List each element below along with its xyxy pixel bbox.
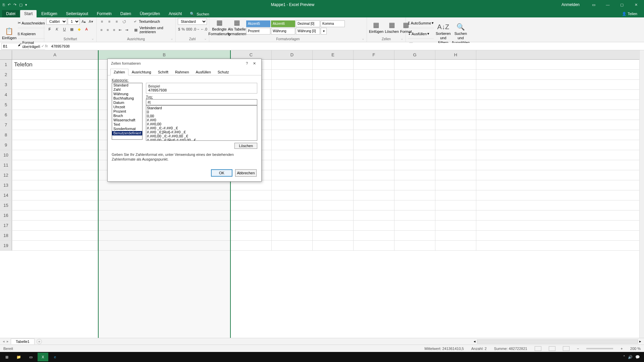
format-item[interactable]: #.##0 _€;[Rot]-#.##0 _€ xyxy=(147,130,256,134)
cell[interactable] xyxy=(272,180,313,190)
cell[interactable] xyxy=(231,180,272,190)
align-bot-icon[interactable]: ≡ xyxy=(113,18,120,25)
cell[interactable] xyxy=(435,70,476,79)
cell[interactable] xyxy=(394,150,435,160)
font-size-select[interactable]: 11 xyxy=(68,18,80,25)
style-gallery-expand[interactable]: ▾ xyxy=(321,28,327,35)
dialog-close-icon[interactable]: ✕ xyxy=(251,61,258,66)
cell[interactable] xyxy=(394,231,435,240)
style-waehrung0[interactable]: Währung [0] xyxy=(296,28,320,35)
cell[interactable] xyxy=(354,170,394,180)
col-header-A[interactable]: A xyxy=(12,50,98,59)
cell[interactable] xyxy=(354,100,394,110)
border-button[interactable]: ▦ xyxy=(68,26,75,33)
cell[interactable] xyxy=(354,110,394,120)
sheet-tab-1[interactable]: Tabelle1 xyxy=(11,339,35,344)
cell[interactable] xyxy=(394,130,435,140)
style-dezimal[interactable]: Dezimal [0] xyxy=(296,20,320,27)
cell[interactable] xyxy=(12,150,98,160)
ribbon-options-icon[interactable]: ▭ xyxy=(587,3,600,7)
style-akzent5[interactable]: Akzent5 xyxy=(246,20,270,27)
cell[interactable] xyxy=(272,110,313,120)
ok-button[interactable]: OK xyxy=(211,169,232,177)
cell[interactable] xyxy=(394,60,435,69)
find-select-button[interactable]: 🔍Suchen und Auswählen xyxy=(452,23,469,45)
category-item[interactable]: Prozent xyxy=(112,109,142,114)
cell[interactable] xyxy=(313,70,354,79)
row-header[interactable]: 1 xyxy=(0,60,12,69)
dialog-tab[interactable]: Schutz xyxy=(214,69,232,75)
tab-view[interactable]: Ansicht xyxy=(165,10,186,17)
cell[interactable] xyxy=(435,60,476,69)
cell[interactable] xyxy=(272,120,313,130)
style-akzent6[interactable]: Akzent6 xyxy=(271,20,295,27)
cell[interactable] xyxy=(272,130,313,140)
cell[interactable] xyxy=(354,130,394,140)
cell[interactable] xyxy=(354,90,394,100)
cell[interactable] xyxy=(272,150,313,160)
indent-dec-icon[interactable]: ⇤ xyxy=(118,26,123,33)
cell[interactable] xyxy=(435,130,476,140)
cell[interactable] xyxy=(231,241,272,250)
dialog-tab[interactable]: Rahmen xyxy=(172,69,193,75)
cell[interactable] xyxy=(12,140,98,150)
category-item[interactable]: Standard xyxy=(112,83,142,87)
share-button[interactable]: 👤 Teilen xyxy=(617,10,642,17)
tab-data[interactable]: Daten xyxy=(116,10,135,17)
category-item[interactable]: Bruch xyxy=(112,114,142,118)
dialog-tab[interactable]: Schrift xyxy=(155,69,172,75)
font-color-button[interactable]: A xyxy=(83,26,90,33)
percent-icon[interactable]: % xyxy=(181,26,185,33)
insert-cells-button[interactable]: ▦Einfügen xyxy=(369,21,383,34)
dialog-help-icon[interactable]: ? xyxy=(243,61,251,65)
cell[interactable] xyxy=(272,200,313,210)
cell[interactable] xyxy=(231,231,272,240)
cell[interactable] xyxy=(12,180,98,190)
cell[interactable] xyxy=(394,200,435,210)
align-mid-icon[interactable]: ≡ xyxy=(106,18,113,25)
style-waehrung[interactable]: Währung xyxy=(271,28,295,35)
tab-page-layout[interactable]: Seitenlayout xyxy=(62,10,92,17)
cell[interactable] xyxy=(435,110,476,120)
conditional-format-button[interactable]: ▦Bedingte Formatierung xyxy=(211,18,227,36)
cell[interactable] xyxy=(394,110,435,120)
zoom-slider[interactable] xyxy=(586,348,613,349)
cell[interactable] xyxy=(354,231,394,240)
dec-decimal-icon[interactable]: ←.0 xyxy=(201,26,207,33)
formula-input[interactable] xyxy=(49,43,644,50)
cell[interactable] xyxy=(435,190,476,200)
align-top-icon[interactable]: ≡ xyxy=(99,18,105,25)
cell[interactable] xyxy=(354,160,394,170)
cell[interactable] xyxy=(354,140,394,150)
cell[interactable] xyxy=(354,60,394,69)
cell[interactable] xyxy=(313,160,354,170)
cell[interactable] xyxy=(12,241,98,250)
format-table-button[interactable]: ▦Als Tabelle formatieren xyxy=(229,18,245,36)
cell[interactable] xyxy=(435,150,476,160)
grow-font-icon[interactable]: A▴ xyxy=(80,18,87,25)
cell[interactable] xyxy=(313,60,354,69)
cell[interactable] xyxy=(98,210,231,220)
cell[interactable] xyxy=(354,190,394,200)
cell[interactable] xyxy=(12,200,98,210)
view-break-icon[interactable] xyxy=(563,346,570,351)
qat-camera-icon[interactable]: ▢ xyxy=(19,3,22,7)
cell[interactable] xyxy=(272,100,313,110)
cell[interactable] xyxy=(435,160,476,170)
cell[interactable] xyxy=(98,190,231,200)
cell[interactable] xyxy=(12,70,98,79)
category-item[interactable]: Benutzerdefiniert xyxy=(112,131,142,135)
cell[interactable] xyxy=(354,210,394,220)
bold-button[interactable]: F xyxy=(46,26,53,33)
cell[interactable] xyxy=(394,100,435,110)
format-item[interactable]: #.##0 _€;-#.##0 _€ xyxy=(147,126,256,130)
category-item[interactable]: Text xyxy=(112,122,142,127)
cell[interactable] xyxy=(435,100,476,110)
taskbar-excel-icon[interactable]: X xyxy=(38,353,48,361)
dialog-tab[interactable]: Ausfüllen xyxy=(193,69,214,75)
cell[interactable] xyxy=(272,140,313,150)
currency-icon[interactable]: $ xyxy=(178,26,180,33)
type-input[interactable] xyxy=(146,99,257,105)
cell[interactable] xyxy=(394,160,435,170)
zoom-level[interactable]: 200 % xyxy=(630,347,641,351)
